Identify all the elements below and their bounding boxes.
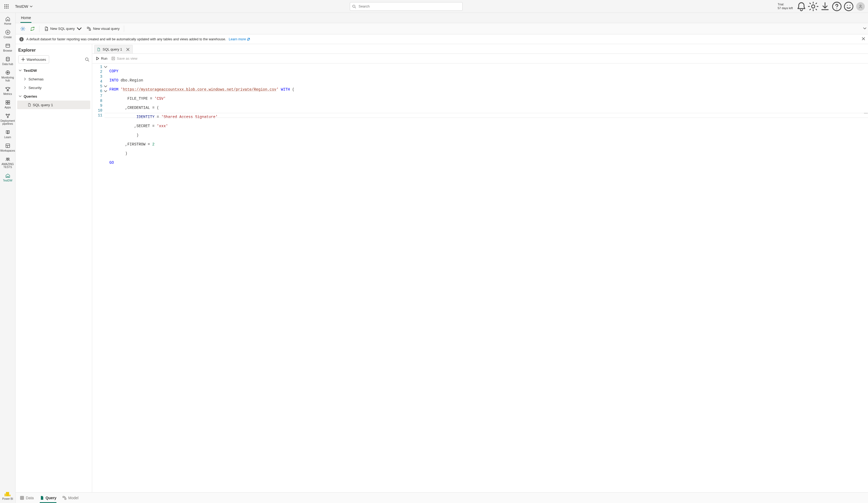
- run-button[interactable]: Run: [95, 57, 107, 60]
- svg-rect-34: [112, 57, 115, 60]
- search-icon: [352, 4, 356, 8]
- svg-rect-31: [87, 27, 89, 28]
- plus-icon: [21, 58, 25, 61]
- ribbon-collapse-button[interactable]: [863, 27, 866, 31]
- svg-point-3: [4, 6, 5, 7]
- sql-file-icon: [97, 48, 101, 51]
- bottom-tab-query[interactable]: Query: [40, 493, 56, 503]
- monitor-icon: [5, 70, 10, 75]
- bottom-tab-model[interactable]: Model: [62, 493, 79, 503]
- line-number-gutter: 1 2 3 4 5 6 7 8 9 10 11: [92, 63, 104, 492]
- manage-settings-button[interactable]: [18, 24, 28, 33]
- svg-rect-22: [8, 103, 10, 104]
- close-icon[interactable]: [126, 48, 130, 51]
- rail-monitoring[interactable]: Monitoring hub: [0, 68, 16, 84]
- rail-amazing-tests[interactable]: AMAZING TESTS: [0, 154, 16, 171]
- save-as-view-button[interactable]: Save as view: [111, 57, 137, 60]
- new-visual-query-button[interactable]: New visual query: [84, 24, 122, 33]
- info-close-button[interactable]: [861, 37, 865, 41]
- svg-rect-32: [89, 29, 91, 30]
- global-search[interactable]: [350, 2, 463, 11]
- refresh-button[interactable]: [28, 24, 37, 33]
- code-editor[interactable]: 1 2 3 4 5 6 7 8 9 10 11 COPY INTO dbo.Re…: [92, 63, 868, 492]
- svg-point-0: [4, 4, 5, 5]
- fold-down-icon[interactable]: [104, 85, 107, 88]
- download-button[interactable]: [820, 1, 830, 12]
- new-sql-query-button[interactable]: SQL New SQL query: [42, 24, 84, 33]
- code-content[interactable]: COPY INTO dbo.Region FROM 'https://mysto…: [104, 63, 868, 492]
- ribbon-tab-home[interactable]: Home: [20, 13, 31, 23]
- tree-node-schemas[interactable]: Schemas: [17, 75, 90, 83]
- svg-rect-15: [6, 44, 10, 47]
- rail-datahub[interactable]: Data hub: [0, 54, 16, 68]
- tree-node-security[interactable]: Security: [17, 83, 90, 92]
- minimap-indicator[interactable]: [864, 113, 868, 113]
- add-warehouse-button[interactable]: Warehouses: [18, 56, 49, 63]
- powerbi-logo-icon: [6, 492, 9, 496]
- tree-node-root[interactable]: TestDW: [17, 66, 90, 75]
- refresh-icon: [30, 26, 35, 31]
- svg-rect-36: [63, 496, 64, 497]
- rail-create[interactable]: Create: [0, 28, 16, 41]
- warehouse-icon: [5, 173, 10, 178]
- svg-point-7: [6, 8, 7, 8]
- svg-point-1: [6, 4, 7, 5]
- help-button[interactable]: [831, 1, 842, 12]
- play-icon: [95, 57, 100, 60]
- notifications-button[interactable]: [796, 1, 807, 12]
- feedback-button[interactable]: [843, 1, 854, 12]
- workspace-switcher[interactable]: TestDW: [13, 4, 35, 9]
- info-learn-more-link[interactable]: Learn more: [229, 37, 250, 41]
- rail-workspaces[interactable]: Workspaces: [0, 141, 16, 154]
- query-file-icon: [40, 496, 44, 500]
- svg-point-10: [812, 5, 815, 8]
- svg-point-6: [4, 8, 5, 8]
- app-launcher-button[interactable]: [2, 2, 11, 11]
- rail-metrics[interactable]: Metrics: [0, 84, 16, 98]
- svg-rect-37: [65, 498, 66, 500]
- workspaces-icon: [5, 143, 10, 148]
- tree-node-query1[interactable]: SQL query 1: [17, 101, 90, 109]
- apps-grid-icon: [4, 4, 9, 9]
- workspace-name: TestDW: [15, 4, 28, 9]
- plus-circle-icon: [5, 30, 10, 35]
- rail-apps[interactable]: Apps: [0, 98, 16, 111]
- rail-testdw[interactable]: TestDW: [0, 171, 16, 184]
- settings-button[interactable]: [808, 1, 818, 12]
- gear-icon: [808, 1, 818, 12]
- table-icon: [20, 496, 24, 500]
- svg-rect-35: [20, 496, 24, 500]
- svg-rect-20: [8, 101, 10, 102]
- svg-point-18: [7, 72, 8, 73]
- chevron-down-icon: [19, 95, 21, 98]
- svg-point-33: [85, 58, 88, 60]
- search-input[interactable]: [358, 4, 460, 9]
- svg-rect-26: [6, 144, 10, 148]
- tree-node-queries[interactable]: Queries: [17, 92, 90, 101]
- bell-icon: [796, 1, 807, 12]
- svg-rect-19: [6, 101, 8, 102]
- rail-footer-powerbi[interactable]: Power BI: [2, 490, 13, 503]
- editor-tab-query1[interactable]: SQL query 1: [94, 45, 133, 53]
- rail-home[interactable]: Home: [0, 14, 16, 28]
- chevron-down-icon: [19, 69, 21, 72]
- explorer-search-button[interactable]: [85, 57, 89, 62]
- help-icon: [831, 1, 842, 12]
- editor-toolbar: Run Save as view: [92, 54, 868, 63]
- rail-browse[interactable]: Browse: [0, 41, 16, 54]
- rail-pipelines[interactable]: Deployment pipelines: [0, 111, 16, 128]
- rail-learn[interactable]: Learn: [0, 128, 16, 141]
- chevron-right-icon: [24, 78, 26, 80]
- editor-tabs: SQL query 1: [92, 44, 868, 54]
- bottom-tab-data[interactable]: Data: [20, 493, 34, 503]
- fold-down-icon[interactable]: [104, 65, 107, 69]
- close-icon: [861, 37, 865, 41]
- svg-point-2: [8, 4, 8, 5]
- fold-down-icon[interactable]: [104, 90, 107, 93]
- external-link-icon: [247, 38, 250, 41]
- svg-point-12: [844, 2, 853, 11]
- trophy-icon: [5, 86, 10, 92]
- svg-point-5: [8, 6, 8, 7]
- svg-point-27: [6, 158, 8, 159]
- account-button[interactable]: [855, 1, 866, 12]
